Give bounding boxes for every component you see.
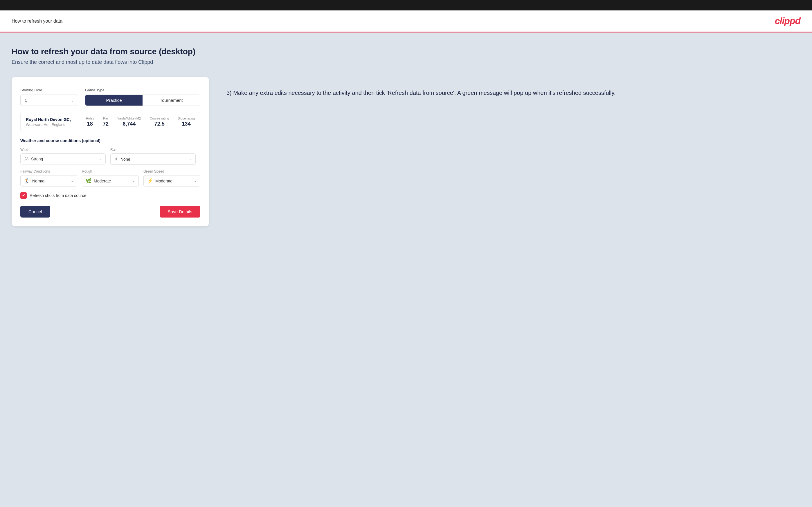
course-location: Westward Ho!, England: [26, 122, 77, 127]
stat-yards: Yards/White (M)) 6,744: [117, 117, 141, 127]
form-card: Starting Hole 1 ⌄ Game Type Practice Tou…: [12, 77, 209, 226]
stat-slope-rating: Slope rating 134: [178, 117, 195, 127]
refresh-checkbox-label: Refresh shots from data source: [30, 193, 86, 198]
rough-chevron: ⌄: [133, 179, 135, 183]
stat-course-rating: Course rating 72.5: [150, 117, 169, 127]
button-row: Cancel Save Details: [20, 206, 200, 218]
fairway-label: Fairway Conditions: [20, 169, 77, 173]
top-bar: [0, 0, 812, 10]
tournament-button[interactable]: Tournament: [143, 95, 200, 106]
starting-hole-value: 1: [25, 98, 27, 103]
check-icon: ✓: [22, 193, 25, 198]
rough-icon: 🌿: [86, 178, 92, 184]
rain-value: None: [120, 157, 130, 162]
rain-group: Rain ☀ None ⌄: [110, 148, 196, 165]
green-speed-group: Green Speed ⚡ Moderate ⌄: [143, 169, 200, 186]
rough-group: Rough 🌿 Moderate ⌄: [82, 169, 139, 186]
fairway-icon: 🏌: [24, 178, 30, 184]
refresh-checkbox[interactable]: ✓: [20, 192, 27, 199]
starting-hole-chevron: ⌄: [71, 98, 74, 102]
green-speed-icon: ⚡: [147, 178, 153, 184]
wind-chevron: ⌄: [99, 157, 102, 161]
green-speed-select[interactable]: ⚡ Moderate ⌄: [143, 175, 200, 186]
conditions-section-title: Weather and course conditions (optional): [20, 138, 200, 143]
starting-hole-select[interactable]: 1 ⌄: [20, 95, 78, 106]
side-description: 3) Make any extra edits necessary to the…: [226, 89, 800, 97]
rain-select[interactable]: ☀ None ⌄: [110, 154, 196, 165]
rough-label: Rough: [82, 169, 139, 173]
green-speed-label: Green Speed: [143, 169, 200, 173]
conditions-row-1: Wind 🌬 Strong ⌄ Rain ☀ None: [20, 148, 200, 165]
wind-select[interactable]: 🌬 Strong ⌄: [20, 154, 106, 164]
page-subtitle: Ensure the correct and most up to date d…: [12, 59, 800, 65]
footer: Copyright Clippd 2022: [0, 505, 812, 507]
slope-rating-value: 134: [182, 121, 191, 127]
green-speed-value: Moderate: [155, 179, 172, 183]
refresh-checkbox-row: ✓ Refresh shots from data source: [20, 192, 200, 199]
top-form-row: Starting Hole 1 ⌄ Game Type Practice Tou…: [20, 88, 200, 106]
rough-select[interactable]: 🌿 Moderate ⌄: [82, 175, 139, 186]
par-label: Par: [103, 117, 108, 120]
wind-value: Strong: [31, 157, 43, 161]
header-title: How to refresh your data: [12, 18, 62, 24]
holes-label: Holes: [86, 117, 94, 120]
rough-select-left: 🌿 Moderate: [86, 178, 111, 184]
wind-group: Wind 🌬 Strong ⌄: [20, 148, 106, 165]
header: How to refresh your data clippd: [0, 10, 812, 33]
fairway-select[interactable]: 🏌 Normal ⌄: [20, 175, 77, 186]
wind-select-left: 🌬 Strong: [24, 156, 43, 162]
rough-value: Moderate: [94, 179, 111, 183]
green-speed-chevron: ⌄: [194, 179, 197, 183]
game-type-buttons: Practice Tournament: [85, 95, 200, 106]
fairway-chevron: ⌄: [71, 179, 73, 183]
fairway-value: Normal: [32, 179, 45, 183]
rain-chevron: ⌄: [189, 157, 192, 161]
starting-hole-group: Starting Hole 1 ⌄: [20, 88, 78, 106]
course-name: Royal North Devon GC,: [26, 117, 77, 122]
par-value: 72: [103, 121, 109, 127]
wind-icon: 🌬: [24, 156, 29, 162]
cancel-button[interactable]: Cancel: [20, 206, 50, 218]
logo: clippd: [775, 16, 800, 26]
green-speed-select-left: ⚡ Moderate: [147, 178, 172, 184]
save-button[interactable]: Save Details: [160, 206, 200, 218]
content-layout: Starting Hole 1 ⌄ Game Type Practice Tou…: [12, 77, 800, 226]
rain-icon: ☀: [114, 156, 118, 162]
rain-select-left: ☀ None: [114, 156, 130, 162]
slope-rating-label: Slope rating: [178, 117, 195, 120]
wind-label: Wind: [20, 148, 106, 152]
side-text: 3) Make any extra edits necessary to the…: [226, 77, 800, 97]
holes-value: 18: [87, 121, 93, 127]
course-row: Royal North Devon GC, Westward Ho!, Engl…: [20, 112, 200, 132]
starting-hole-label: Starting Hole: [20, 88, 78, 92]
yards-value: 6,744: [123, 121, 136, 127]
course-info: Royal North Devon GC, Westward Ho!, Engl…: [26, 117, 77, 127]
main-content: How to refresh your data from source (de…: [0, 33, 812, 505]
course-stats: Holes 18 Par 72 Yards/White (M)) 6,744 C…: [86, 117, 195, 127]
course-rating-label: Course rating: [150, 117, 169, 120]
rain-label: Rain: [110, 148, 196, 152]
page-title: How to refresh your data from source (de…: [12, 47, 800, 56]
stat-holes: Holes 18: [86, 117, 94, 127]
fairway-group: Fairway Conditions 🏌 Normal ⌄: [20, 169, 77, 186]
practice-button[interactable]: Practice: [85, 95, 143, 106]
course-rating-value: 72.5: [154, 121, 165, 127]
stat-par: Par 72: [103, 117, 109, 127]
game-type-label: Game Type: [85, 88, 200, 92]
game-type-group: Game Type Practice Tournament: [85, 88, 200, 106]
fairway-select-left: 🏌 Normal: [24, 178, 45, 184]
yards-label: Yards/White (M)): [117, 117, 141, 120]
conditions-row-2: Fairway Conditions 🏌 Normal ⌄ Rough 🌿: [20, 169, 200, 186]
